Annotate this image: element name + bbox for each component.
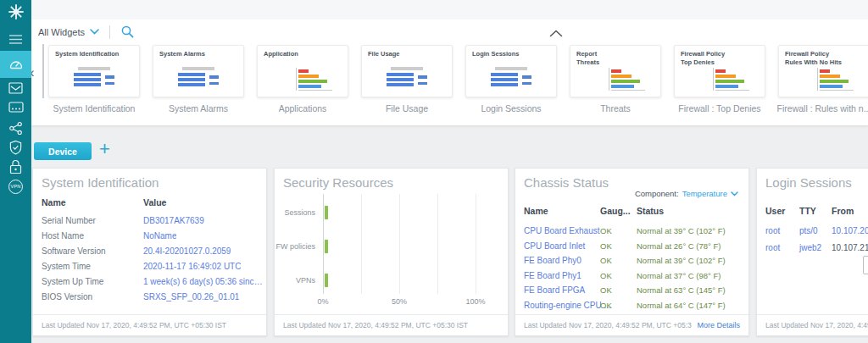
chevron-up-icon (549, 30, 563, 37)
session-tty[interactable]: jweb2 (799, 243, 821, 252)
panel-login-sessions: Login Sessions User TTY From root pts/0 … (756, 168, 868, 336)
row-value[interactable]: SRXS_SFP_00.26_01.01 (143, 292, 239, 302)
panel-chassis-status: Chassis Status Component: Temperature Na… (515, 168, 749, 336)
row-label: BIOS Version (42, 292, 92, 302)
widget-card-label: Firewall : Top Denies (678, 103, 760, 113)
widget-card[interactable]: Application (257, 45, 348, 97)
row-label: System Time (42, 262, 91, 271)
chart-bar-sessions (325, 206, 328, 219)
shield-check-icon (8, 140, 23, 155)
chevron-down-icon[interactable] (731, 191, 738, 196)
sidebar-item-dashboard[interactable] (0, 51, 31, 78)
widget-card-title: System Alarms (159, 50, 205, 58)
add-dashboard-button[interactable]: + (99, 138, 110, 160)
widget-card[interactable]: System Alarms (153, 45, 244, 97)
widget-card[interactable]: File Usage (361, 45, 453, 97)
collapse-carousel-button[interactable] (549, 25, 563, 41)
bar-chart-icon (609, 68, 648, 91)
widget-card-label: System Alarms (169, 103, 228, 113)
row-value[interactable]: DB3017AK7639 (143, 216, 204, 225)
monitor-envelope-icon (8, 82, 23, 94)
chassis-name-link[interactable]: FE Board FPGA (524, 285, 585, 295)
column-header-value: Value (143, 197, 166, 207)
bar-chart-icon (296, 68, 335, 91)
search-icon[interactable] (120, 25, 135, 39)
component-label: Component: (635, 189, 679, 198)
column-header-user: User (765, 206, 785, 216)
session-tty[interactable]: pts/0 (799, 226, 818, 235)
widget-card-title: File Usage (368, 50, 400, 58)
chassis-name-link[interactable]: Routing-engine CPU ... (524, 301, 611, 310)
vpn-icon: VPN (8, 180, 23, 194)
column-header-gauge: Gaug... (600, 206, 631, 216)
column-header-name: Name (42, 197, 66, 207)
chart-bar-vpns (325, 274, 328, 287)
more-details-link[interactable]: More Details (692, 321, 740, 329)
widget-card-label: Threats (600, 103, 631, 113)
chevron-down-icon[interactable] (90, 29, 99, 35)
column-header-status: Status (637, 206, 664, 216)
widget-card[interactable]: Firewall PolicyTop Denies (674, 45, 765, 97)
widget-card[interactable]: System Identification (48, 45, 140, 97)
widget-filter-row: All Widgets (38, 25, 135, 39)
x-axis-tick: 50% (392, 297, 407, 306)
session-from[interactable]: 10.107.209.2 (832, 226, 868, 235)
chassis-name-link[interactable]: CPU Board Inlet (524, 241, 585, 251)
bar-chart-icon (713, 68, 752, 91)
dashboard-main: Device + System Identification Name Valu… (31, 125, 868, 343)
chart-category-label: FW policies (275, 242, 315, 251)
dashboard-gauge-icon (8, 57, 24, 72)
widget-card[interactable]: ReportThreats (570, 45, 661, 97)
session-user[interactable]: root (765, 226, 780, 235)
status-value: Normal at 26° C (78° F) (637, 241, 721, 251)
session-user[interactable]: root (765, 243, 780, 252)
panel-system-identification: System Identification Name Value Serial … (32, 168, 267, 336)
security-resources-chart (323, 194, 476, 294)
juniper-logo-icon (7, 3, 25, 21)
widget-card-label: Login Sessions (481, 103, 541, 113)
widget-card-label: System Identification (53, 103, 136, 113)
panel-title: Login Sessions (765, 175, 852, 190)
widget-card-title: Firewall Policy (681, 50, 725, 58)
x-axis-tick: 0% (317, 297, 328, 306)
chassis-name-link[interactable]: FE Board Phy1 (524, 271, 581, 280)
gauge-value: OK (600, 301, 612, 310)
widget-filter-dropdown[interactable]: All Widgets (38, 27, 85, 37)
menu-toggle-button[interactable] (0, 27, 31, 51)
list-widget-icon (487, 67, 536, 88)
tab-device[interactable]: Device (34, 142, 92, 160)
divider (109, 25, 110, 39)
gauge-value: OK (600, 285, 612, 295)
sidebar-item-device-admin[interactable] (0, 95, 31, 119)
sidebar-item-vpn[interactable]: VPN (0, 174, 31, 198)
row-value[interactable]: 20.4I-20201027.0.2059 (143, 246, 231, 256)
lock-icon (9, 159, 22, 174)
widget-card-title: Login Sessions (472, 50, 519, 58)
chassis-name-link[interactable]: CPU Board Exhaust (524, 226, 600, 235)
row-value[interactable]: NoName (143, 231, 176, 241)
status-value: Normal at 39° C (102° F) (637, 226, 726, 235)
network-share-icon (8, 121, 23, 136)
widget-card-label: File Usage (386, 103, 428, 113)
status-value: Normal at 64° C (147° F) (637, 301, 726, 310)
widget-card-title: Report (576, 50, 597, 58)
x-axis-tick: 100% (465, 297, 485, 306)
component-dropdown[interactable]: Temperature (682, 189, 727, 198)
row-value[interactable]: 2020-11-17 16:49:02 UTC (143, 262, 241, 271)
row-label: System Up Time (42, 277, 103, 286)
carousel-left-divider (42, 44, 44, 98)
row-value[interactable]: 1 week(s) 6 day(s) 05:36 since 2020-11-0… (143, 277, 264, 286)
status-value: Normal at 37° C (98° F) (637, 271, 721, 280)
widget-card-firewall-rules-no-hits: Firewall PolicyRules With No Hits Firewa… (778, 45, 868, 113)
widget-card-label: Applications (279, 103, 327, 113)
column-header-name: Name (524, 206, 548, 216)
widget-card-applications: Application Applications (257, 45, 348, 113)
chassis-name-link[interactable]: FE Board Phy0 (524, 256, 581, 265)
left-navigation-sidebar: VPN (0, 0, 31, 343)
widget-card-threats: ReportThreats Threats (570, 45, 661, 113)
widget-card[interactable]: Login Sessions (465, 45, 557, 97)
widget-card[interactable]: Firewall PolicyRules With No Hits (778, 45, 868, 97)
column-header-from: From (832, 206, 854, 216)
widget-card-system-identification: System Identification System Identificat… (48, 45, 140, 113)
widget-card-label: Firewall : Rules with n... (777, 103, 868, 113)
